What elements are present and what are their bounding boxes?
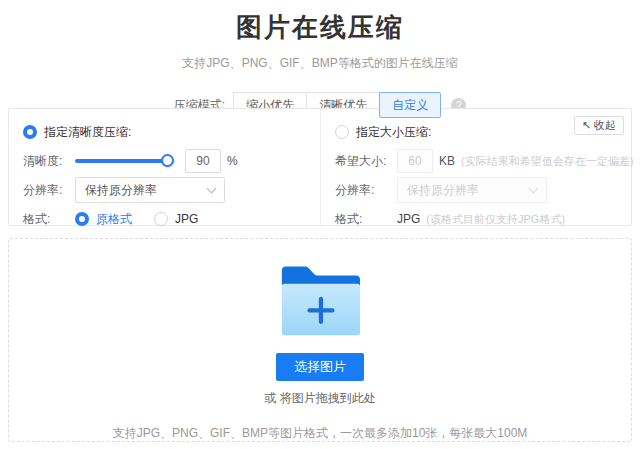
format-jpg-radio[interactable] (154, 212, 168, 226)
desired-size-hint: (实际结果和希望值会存在一定偏差) (461, 154, 633, 169)
size-format-label: 格式: (335, 211, 397, 228)
collapse-button[interactable]: ↖ 收起 (574, 116, 624, 135)
chevron-down-icon (529, 183, 539, 193)
slider-handle[interactable] (161, 154, 174, 167)
size-resolution-label: 分辨率: (335, 182, 397, 199)
image-compress-page: 图片在线压缩 支持JPG、PNG、GIF、BMP等格式的图片在线压缩 压缩模式:… (0, 0, 640, 449)
clarity-input[interactable] (185, 149, 221, 173)
clarity-unit: % (227, 154, 238, 168)
arrow-up-left-icon: ↖ (582, 120, 591, 131)
size-resolution-value: 保持原分辨率 (407, 182, 479, 199)
folder-plus-icon (274, 257, 366, 343)
chevron-down-icon (207, 183, 217, 193)
format-original-radio[interactable] (75, 212, 89, 226)
drag-hint: 或 将图片拖拽到此处 (9, 390, 631, 407)
page-title: 图片在线压缩 (0, 0, 640, 45)
clarity-panel: 指定清晰度压缩: 清晰度: % 分辨率: 保持原分辨率 (9, 109, 320, 225)
format-label: 格式: (23, 211, 75, 228)
size-radio-label: 指定大小压缩: (356, 124, 431, 141)
page-subtitle: 支持JPG、PNG、GIF、BMP等格式的图片在线压缩 (0, 55, 640, 72)
clarity-label: 清晰度: (23, 153, 75, 170)
resolution-label: 分辨率: (23, 182, 75, 199)
upload-note: 支持JPG、PNG、GIF、BMP等图片格式，一次最多添加10张，每张最大100… (9, 425, 631, 442)
clarity-radio-label: 指定清晰度压缩: (44, 124, 131, 141)
size-radio[interactable] (335, 125, 349, 139)
tab-custom[interactable]: 自定义 (379, 92, 441, 118)
settings-panel: 指定清晰度压缩: 清晰度: % 分辨率: 保持原分辨率 (8, 108, 632, 226)
clarity-slider[interactable] (75, 154, 175, 168)
upload-dropzone[interactable]: 选择图片 或 将图片拖拽到此处 支持JPG、PNG、GIF、BMP等图片格式，一… (8, 238, 632, 442)
size-panel: ↖ 收起 指定大小压缩: 希望大小: KB (实际结果和希望值会存在一定偏差) … (320, 109, 631, 225)
collapse-label: 收起 (594, 118, 616, 133)
resolution-value: 保持原分辨率 (85, 182, 157, 199)
resolution-select[interactable]: 保持原分辨率 (75, 177, 225, 203)
desired-size-unit: KB (439, 154, 455, 168)
format-original-label: 原格式 (96, 211, 132, 228)
size-format-value: JPG (397, 212, 420, 226)
format-jpg-label: JPG (175, 212, 198, 226)
format-option-original[interactable]: 原格式 (75, 211, 132, 228)
clarity-radio[interactable] (23, 125, 37, 139)
size-resolution-select[interactable]: 保持原分辨率 (397, 177, 547, 203)
desired-size-input[interactable] (397, 149, 433, 173)
format-option-jpg[interactable]: JPG (154, 212, 198, 226)
slider-fill (75, 159, 165, 163)
size-format-hint: (该格式目前仅支持JPG格式) (426, 212, 565, 227)
choose-images-button[interactable]: 选择图片 (276, 353, 364, 381)
desired-size-label: 希望大小: (335, 153, 397, 170)
